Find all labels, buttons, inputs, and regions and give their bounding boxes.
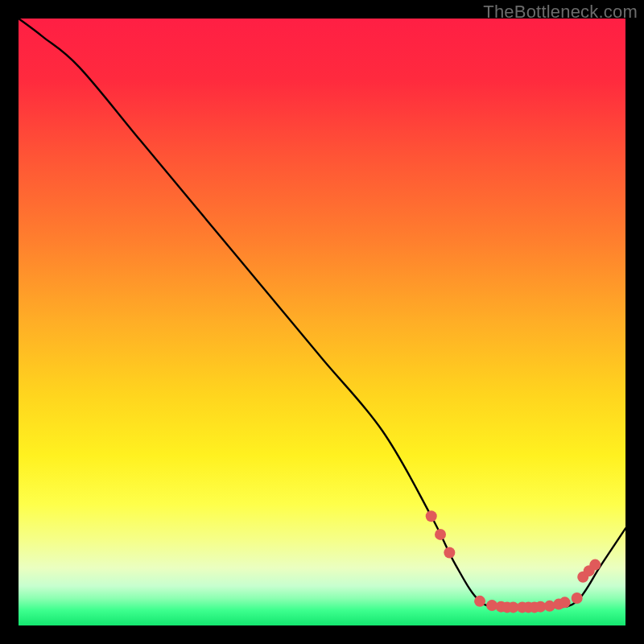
highlight-dot: [572, 592, 583, 604]
highlight-dots: [426, 510, 601, 613]
highlight-dot: [426, 510, 437, 522]
highlight-dot: [559, 597, 571, 608]
curve-layer: [19, 19, 625, 625]
bottleneck-curve: [19, 19, 625, 608]
highlight-dot: [589, 559, 601, 571]
highlight-dot: [444, 547, 455, 559]
chart-stage: TheBottleneck.com: [0, 0, 644, 644]
watermark-text: TheBottleneck.com: [483, 2, 638, 23]
highlight-dot: [474, 596, 485, 607]
plot-area: [19, 19, 625, 625]
highlight-dot: [435, 529, 446, 540]
